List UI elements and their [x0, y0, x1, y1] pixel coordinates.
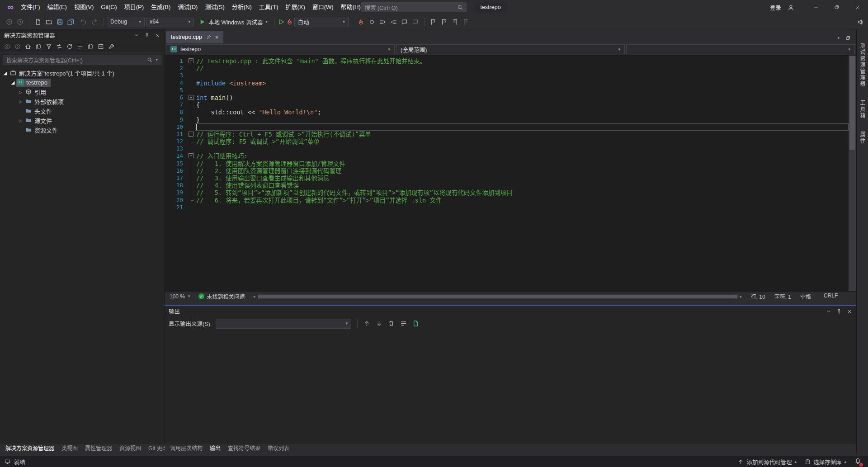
solution-explorer-header[interactable]: 解决方案资源管理器 [0, 29, 164, 41]
close-icon[interactable] [155, 33, 160, 38]
platform-dropdown[interactable]: x64▾ [146, 17, 194, 27]
panel-splitter[interactable] [165, 301, 856, 305]
code-line-7[interactable]: 7{ [165, 101, 849, 108]
menu-extensions[interactable]: 扩展(X) [282, 0, 308, 14]
nest-files-icon[interactable] [77, 43, 83, 50]
panel-tab[interactable]: 类视图 [58, 444, 81, 453]
tree-node[interactable]: ▷引用 [0, 87, 164, 97]
horizontal-scrollbar-track[interactable] [258, 294, 738, 299]
menu-tools[interactable]: 工具(T) [255, 0, 282, 14]
collapsed-arrow-icon[interactable]: ▷ [17, 90, 24, 94]
scrollbar-thumb[interactable] [849, 56, 855, 150]
solution-name-badge[interactable]: testrepo [474, 2, 507, 12]
pin-tab-icon[interactable] [205, 33, 212, 41]
new-project-icon[interactable] [35, 19, 42, 25]
code-line-19[interactable]: 19// 5. 转到“项目”>“添加新项”以创建新的代码文件，或转到“项目”>“… [165, 189, 849, 196]
show-all-files-icon[interactable] [87, 43, 94, 50]
pending-changes-filter-icon[interactable] [46, 43, 52, 50]
fold-collapse-icon[interactable]: − [189, 153, 193, 158]
solution-explorer-search-box[interactable]: 搜索解决方案资源管理器(Ctrl+;) ▾ [3, 55, 161, 65]
close-button[interactable] [847, 0, 868, 14]
menu-view[interactable]: 视图(V) [71, 0, 97, 14]
properties-icon[interactable] [108, 43, 114, 50]
uncomment-selection-icon[interactable] [412, 19, 419, 25]
code-line-11[interactable]: 11−// 运行程序: Ctrl + F5 或调试 >“开始执行(不调试)”菜单 [165, 131, 849, 138]
close-icon[interactable] [847, 309, 852, 314]
panel-tab[interactable]: 错误列表 [264, 444, 292, 453]
hot-reload-mode-dropdown[interactable]: 自动▾ [294, 17, 349, 27]
vertical-scrollbar[interactable] [849, 56, 856, 291]
menu-window[interactable]: 窗口(W) [309, 0, 337, 14]
home-icon[interactable] [25, 43, 31, 50]
clear-bookmarks-icon[interactable] [462, 19, 469, 25]
undo-icon[interactable] [80, 19, 87, 25]
word-wrap-icon[interactable] [400, 320, 407, 327]
tree-node[interactable]: ◢解决方案"testrepo"(1 个项目/共 1 个) [0, 68, 164, 78]
panel-tab[interactable]: 输出 [207, 444, 224, 453]
menu-file[interactable]: 文件(F) [17, 0, 44, 14]
collapsed-arrow-icon[interactable]: ▷ [17, 99, 24, 104]
code-line-13[interactable]: 13 [165, 145, 849, 152]
collapse-all-icon[interactable] [98, 43, 104, 50]
code-line-8[interactable]: 8 std::cout << "Hello World!\n"; [165, 108, 849, 116]
code-editor[interactable]: 1−// testrepo.cpp : 此文件包含 "main" 函数。程序执行… [165, 56, 856, 291]
toggle-breakpoint-icon[interactable] [368, 19, 375, 25]
expanded-arrow-icon[interactable]: ◢ [2, 71, 9, 75]
collapsed-arrow-icon[interactable]: ▷ [17, 118, 24, 123]
tree-node[interactable]: 头文件 [0, 106, 164, 116]
minimize-button[interactable] [806, 0, 826, 14]
menu-analyze[interactable]: 分析(N) [228, 0, 255, 14]
chevron-down-icon[interactable]: ▾ [156, 58, 158, 62]
quick-search-box[interactable]: 搜索 (Ctrl+Q) [361, 2, 467, 12]
goto-next-message-icon[interactable] [376, 320, 382, 327]
tree-node[interactable]: ◢++testrepo [0, 78, 164, 87]
code-line-5[interactable]: 5 [165, 87, 849, 94]
hot-reload-icon[interactable] [286, 19, 293, 25]
code-line-20[interactable]: 20// 6. 将来，若要再次打开此项目，请转到“文件”>“打开”>“项目”并选… [165, 197, 849, 204]
code-line-3[interactable]: 3 [165, 72, 849, 79]
window-position-icon[interactable] [134, 33, 139, 38]
right-dock-tab[interactable]: 测试资源管理器 [859, 43, 866, 87]
float-window-icon[interactable] [845, 35, 851, 41]
redo-icon[interactable] [91, 19, 98, 25]
code-line-17[interactable]: 17// 3. 使用输出窗口查看生成输出和其他消息 [165, 175, 849, 182]
configuration-dropdown[interactable]: Debug▾ [107, 17, 145, 27]
tree-node[interactable]: 资源文件 [0, 125, 164, 135]
fold-collapse-icon[interactable]: − [189, 132, 193, 137]
code-line-14[interactable]: 14−// 入门使用技巧: [165, 152, 849, 160]
send-feedback-icon[interactable] [858, 19, 864, 25]
forward-icon[interactable] [14, 43, 21, 50]
right-dock-tab[interactable]: 属性 [859, 132, 866, 144]
save-all-icon[interactable] [67, 19, 74, 25]
toggle-bookmark-icon[interactable] [430, 19, 437, 25]
line-indicator[interactable]: 行: 10 [746, 292, 770, 300]
pin-icon[interactable] [144, 33, 150, 38]
start-debugging-button[interactable]: 本地 Windows 调试器 ▾ [195, 16, 271, 27]
scrollbar-thumb[interactable] [258, 295, 737, 298]
scope-dropdown[interactable]: (全局范围) ▾ [396, 44, 625, 54]
code-line-9[interactable]: 9} [165, 116, 849, 123]
search-icon[interactable] [457, 5, 463, 10]
sign-in-button[interactable]: 登录 [770, 3, 781, 12]
document-health-indicator[interactable]: ✓ 未找到相关问题 [194, 292, 249, 300]
window-position-icon[interactable] [826, 309, 831, 314]
indent-decrease-icon[interactable] [379, 19, 386, 25]
menu-git[interactable]: Git(G) [97, 0, 120, 14]
open-file-icon[interactable] [46, 19, 52, 25]
zoom-dropdown[interactable]: 100 % ▾ [165, 293, 194, 300]
open-in-editor-icon[interactable] [412, 320, 419, 327]
code-line-6[interactable]: 6−int main() [165, 94, 849, 101]
pin-icon[interactable] [836, 309, 842, 314]
column-indicator[interactable]: 字符: 1 [770, 292, 796, 300]
scroll-left-icon[interactable]: ◂ [251, 294, 258, 299]
output-header[interactable]: 输出 [165, 306, 856, 317]
horizontal-scrollbar[interactable]: ◂ ▸ [251, 294, 745, 299]
panel-tab[interactable]: 资源视图 [116, 444, 144, 453]
code-area[interactable]: 1−// testrepo.cpp : 此文件包含 "main" 函数。程序执行… [165, 56, 849, 291]
back-icon[interactable] [4, 43, 10, 50]
account-avatar[interactable] [786, 2, 796, 12]
output-source-dropdown[interactable]: ▾ [216, 319, 351, 329]
previous-bookmark-icon[interactable] [441, 19, 448, 25]
menu-debug[interactable]: 调试(D) [174, 0, 201, 14]
right-dock-tab[interactable]: 工具箱 [859, 100, 866, 119]
